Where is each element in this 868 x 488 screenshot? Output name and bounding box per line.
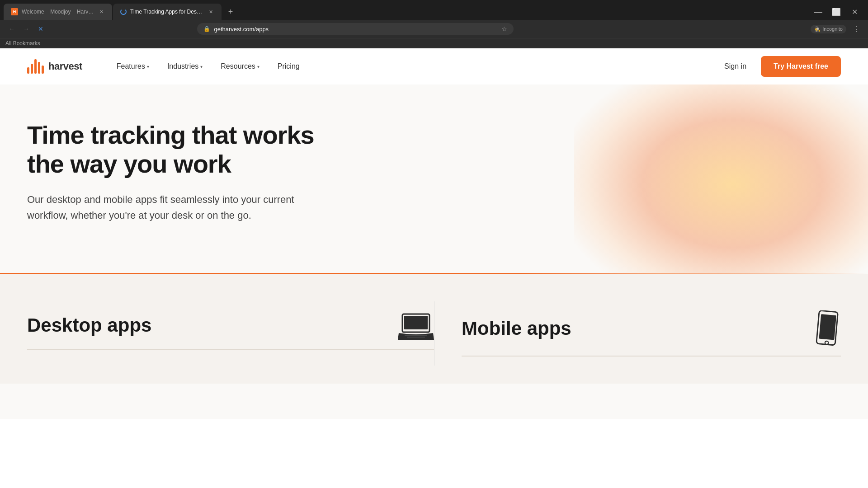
hero-description: Our desktop and mobile apps fit seamless…	[27, 192, 298, 223]
nav-actions: Sign in Try Harvest free	[717, 56, 841, 77]
logo-area[interactable]: harvest	[27, 59, 82, 74]
nav-links: Features ▾ Industries ▾ Resources ▾ Pric…	[109, 59, 717, 74]
nav-buttons: ← → ✕	[5, 23, 47, 35]
tab-harvest[interactable]: H Welcome – Moodjoy – Harvest ✕	[4, 4, 112, 20]
nav-resources[interactable]: Resources ▾	[213, 59, 266, 74]
resources-label: Resources	[221, 62, 255, 70]
desktop-apps-category: Desktop apps	[27, 301, 434, 366]
apps-tab-favicon	[120, 9, 127, 15]
logo-bar-4	[38, 62, 40, 74]
browser-toolbar: ← → ✕ 🔒 ☆ 🕵 Incognito ⋮	[0, 20, 868, 38]
tab-apps-label: Time Tracking Apps for Desktor	[130, 9, 203, 15]
forward-button[interactable]: →	[20, 23, 33, 35]
features-chevron: ▾	[147, 64, 149, 69]
new-tab-button[interactable]: +	[224, 5, 237, 18]
hero-border	[0, 273, 868, 274]
navigation: harvest Features ▾ Industries ▾ Resource…	[0, 48, 868, 84]
bookmarks-bar: All Bookmarks	[0, 38, 868, 48]
sign-in-button[interactable]: Sign in	[717, 59, 754, 74]
logo-bar-1	[27, 67, 29, 74]
minimize-button[interactable]: —	[812, 5, 825, 18]
reload-button[interactable]: ✕	[34, 23, 47, 35]
bookmark-icon[interactable]: ☆	[501, 25, 507, 33]
svg-rect-1	[404, 316, 428, 329]
tab-harvest-label: Welcome – Moodjoy – Harvest	[22, 9, 94, 15]
browser-tabs: H Welcome – Moodjoy – Harvest ✕ Time Tra…	[0, 0, 868, 20]
resources-chevron: ▾	[257, 64, 259, 69]
logo-text: harvest	[48, 61, 82, 72]
tab-apps[interactable]: Time Tracking Apps for Desktor ✕	[113, 4, 222, 20]
bookmarks-label: All Bookmarks	[5, 40, 40, 47]
logo-bar-5	[42, 66, 44, 74]
industries-chevron: ▾	[200, 64, 203, 69]
mobile-icon	[814, 310, 841, 347]
browser-actions: 🕵 Incognito ⋮	[811, 23, 863, 35]
logo-bar-3	[34, 59, 37, 74]
incognito-label: Incognito	[822, 26, 843, 32]
svg-rect-5	[819, 314, 836, 340]
close-window-button[interactable]: ✕	[848, 5, 861, 18]
desktop-apps-title: Desktop apps	[27, 314, 151, 336]
address-input[interactable]	[214, 26, 498, 33]
harvest-logo: harvest	[27, 59, 82, 74]
pricing-label: Pricing	[278, 62, 300, 70]
tab-apps-close[interactable]: ✕	[207, 8, 214, 15]
mobile-apps-title: Mobile apps	[462, 318, 571, 339]
nav-features[interactable]: Features ▾	[109, 59, 156, 74]
mobile-apps-category: Mobile apps	[434, 301, 841, 366]
back-button[interactable]: ←	[5, 23, 18, 35]
tab-harvest-close[interactable]: ✕	[98, 8, 105, 15]
browser-chrome: H Welcome – Moodjoy – Harvest ✕ Time Tra…	[0, 0, 868, 48]
incognito-icon: 🕵	[814, 26, 821, 32]
address-bar[interactable]: 🔒 ☆	[197, 23, 514, 35]
hero-title: Time tracking that works the way you wor…	[27, 121, 344, 179]
svg-point-6	[825, 341, 829, 344]
maximize-button[interactable]: ⬜	[830, 5, 843, 18]
apps-grid: Desktop apps	[27, 301, 841, 366]
nav-industries[interactable]: Industries ▾	[160, 59, 210, 74]
logo-bar-2	[31, 64, 33, 74]
try-free-button[interactable]: Try Harvest free	[761, 56, 841, 77]
nav-pricing[interactable]: Pricing	[270, 59, 307, 74]
industries-label: Industries	[167, 62, 198, 70]
website-content: harvest Features ▾ Industries ▾ Resource…	[0, 48, 868, 419]
desktop-icon	[398, 310, 434, 340]
menu-button[interactable]: ⋮	[850, 23, 863, 35]
harvest-favicon: H	[11, 8, 18, 15]
logo-icon	[27, 59, 44, 74]
desktop-apps-header: Desktop apps	[27, 310, 434, 350]
incognito-badge: 🕵 Incognito	[811, 25, 846, 33]
features-label: Features	[117, 62, 145, 70]
hero-gradient	[574, 84, 868, 274]
hero-section: Time tracking that works the way you wor…	[0, 84, 868, 274]
apps-section: Desktop apps	[0, 274, 868, 384]
hero-content: Time tracking that works the way you wor…	[27, 121, 344, 223]
security-icon: 🔒	[203, 26, 210, 32]
mobile-apps-header: Mobile apps	[462, 310, 841, 357]
